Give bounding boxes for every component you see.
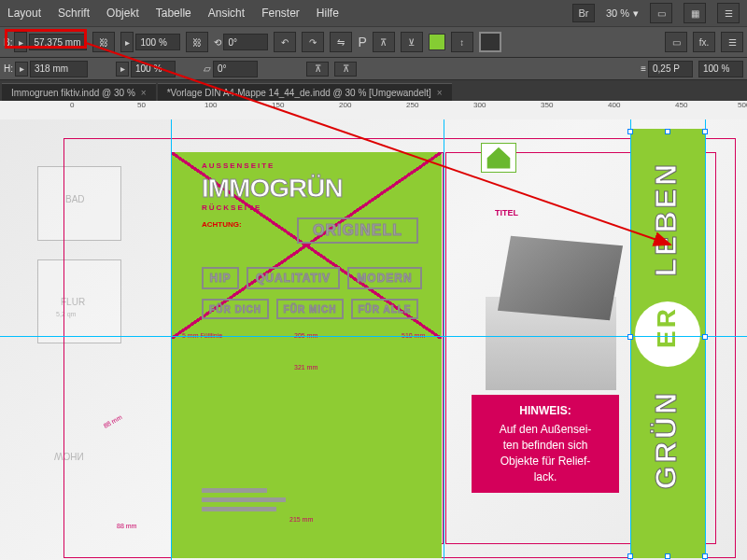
dim-label: 321 mm [294,364,317,371]
stroke-swatch[interactable] [479,32,501,52]
flip-h-icon[interactable]: ⇋ [330,32,352,52]
ruler-tick: 300 [473,101,486,109]
vert-er[interactable]: ER [652,306,682,348]
view-mode-icon[interactable]: ▭ [650,3,672,23]
canvas[interactable]: BAD FLUR 5,2 qm WOHN AUSSENSEITE IMMOGRÜ… [0,119,747,560]
menu-tabelle[interactable]: Tabelle [156,7,191,20]
ruler-tick: 150 [272,101,284,109]
ruler-tick: 100 [204,101,217,109]
box-hip[interactable]: HIP [202,267,239,289]
ruler-tick: 200 [339,101,351,109]
path-4-icon[interactable]: ⊼ [334,62,357,77]
bridge-button[interactable]: Br [572,4,595,22]
menu-hilfe[interactable]: Hilfe [317,7,339,20]
path-3-icon[interactable]: ⊼ [306,62,329,77]
rotate-icon: ⟲ [214,37,221,48]
annotation-highlight-box [5,29,87,49]
hinweis-line: ten befinden sich [503,438,588,454]
screen-mode-icon[interactable]: ▦ [684,3,706,23]
point-type-icon[interactable]: P [358,35,366,49]
fx-button[interactable]: fx. [693,32,715,52]
scalex-stepper[interactable]: ▸ [120,32,134,52]
box-fuerdich[interactable]: FÜR DICH [202,299,269,319]
label-aussenseite: AUSSENSEITE [202,161,275,170]
hinweis-line: Objekte für Relief- [500,454,591,469]
ruler-tick: 50 [137,101,146,109]
vert-leben[interactable]: LEBEN [649,161,684,276]
shear-icon: ▱ [204,63,211,74]
rotate-cw-icon[interactable]: ↷ [302,32,324,52]
path-1-icon[interactable]: ⊼ [373,32,395,52]
hinweis-line: Auf den Außensei- [500,422,592,438]
scalex-input[interactable] [135,34,180,50]
ruler-tick: 0 [70,101,74,109]
house-icon [482,144,515,172]
house-render [448,231,635,418]
control-panel-row1: B:▸ ⛓ ▸ ⛓ ⟲ ↶ ↷ ⇋ P ⊼ ⊻ ↕ ▭ fx. ☰ [0,26,747,58]
menubar: Layout Schrift Objekt Tabelle Ansicht Fe… [0,0,747,26]
dim-label: 88 mm [117,523,136,529]
close-icon[interactable]: × [437,88,443,98]
vert-gruen[interactable]: GRÜN [649,390,684,489]
box-fueralle[interactable]: FÜR ALLE [351,299,418,319]
box-fuermich[interactable]: FÜR MICH [276,299,344,319]
shear-input[interactable] [213,61,258,77]
link2-icon[interactable]: ⛓ [186,32,208,52]
ruler-tick: 500 [738,101,747,109]
menu-expand-icon[interactable]: ☰ [721,32,743,52]
menu-layout[interactable]: Layout [7,7,41,20]
fill-swatch[interactable] [429,34,445,50]
opacity-input[interactable] [698,61,743,77]
box-originell[interactable]: ORIGINELL [297,217,418,244]
stroke-weight-icon: ≡ [641,63,646,74]
zoom-level[interactable]: 30 % ▾ [606,7,639,20]
ruler-tick: 350 [541,101,553,109]
ruler-horizontal[interactable]: 0 50 100 150 200 250 300 350 400 450 500 [0,101,747,119]
hinweis-box[interactable]: HINWEIS: Auf den Außensei- ten befinden … [472,395,619,493]
tab-immogruen[interactable]: Immogruen fiktiv.indd @ 30 %× [2,83,156,101]
height-stepper[interactable]: ▸ [15,62,28,77]
box-modern[interactable]: MODERN [347,267,422,289]
effects-icon[interactable]: ▭ [665,32,687,52]
height-label: H: [4,63,13,74]
path-2-icon[interactable]: ⊻ [401,32,423,52]
ruler-tick: 400 [608,101,620,109]
hinweis-line: lack. [534,469,557,485]
hinweis-title: HINWEIS: [519,403,571,419]
box-qualitativ[interactable]: QUALITATIV [247,267,340,289]
scaley-input[interactable] [131,61,176,77]
swap-icon[interactable]: ↕ [451,32,473,52]
dim-label: 215 mm [289,516,313,523]
label-rueckseite: RÜCKSEITE [202,203,261,212]
close-icon[interactable]: × [141,88,147,98]
tab-vorlage[interactable]: *Vorlage DIN A4-Mappe 14_44_de.indd @ 30… [158,83,452,101]
menu-objekt[interactable]: Objekt [106,7,139,20]
scaley-stepper[interactable]: ▸ [116,62,129,77]
ruler-tick: 250 [406,101,418,109]
menu-schrift[interactable]: Schrift [58,7,90,20]
ruler-tick: 450 [675,101,687,109]
stroke-weight-input[interactable] [648,61,693,77]
link-icon[interactable]: ⛓ [92,32,115,52]
svg-marker-0 [487,147,511,169]
menu-ansicht[interactable]: Ansicht [208,7,245,20]
arrange-icon[interactable]: ☰ [717,3,740,23]
label-achtung: ACHTUNG: [202,220,242,229]
control-panel-row2: H:▸ ▸ ▱ ⊼ ⊼ ≡ [0,58,747,80]
document-tabs: Immogruen fiktiv.indd @ 30 %× *Vorlage D… [0,80,747,101]
rotate-ccw-icon[interactable]: ↶ [274,32,296,52]
logo-badge[interactable] [481,143,516,173]
rotate-input[interactable] [223,34,268,50]
title-immogruen[interactable]: IMMOGRÜN [202,174,343,203]
height-input[interactable] [30,61,88,77]
label-titel: TITEL [495,208,518,217]
menu-fenster[interactable]: Fenster [261,7,300,20]
